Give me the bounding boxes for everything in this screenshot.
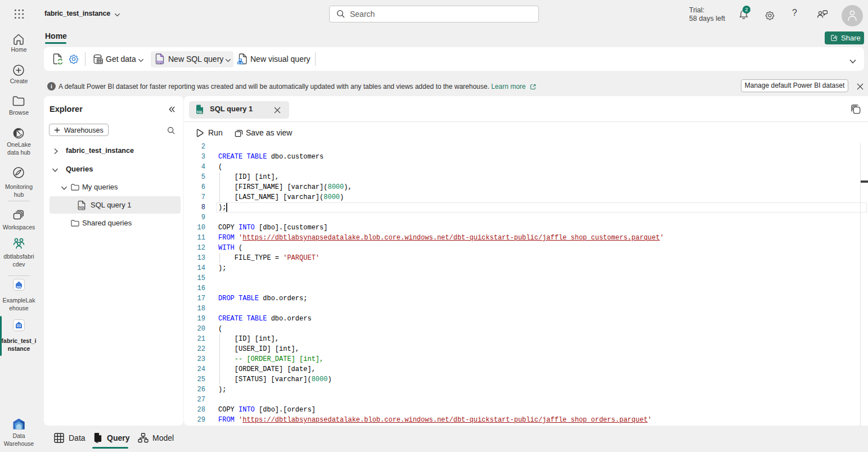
svg-text:SQL: SQL: [79, 206, 86, 209]
svg-text:SQL: SQL: [197, 110, 203, 114]
svg-text:SQL: SQL: [157, 60, 164, 64]
